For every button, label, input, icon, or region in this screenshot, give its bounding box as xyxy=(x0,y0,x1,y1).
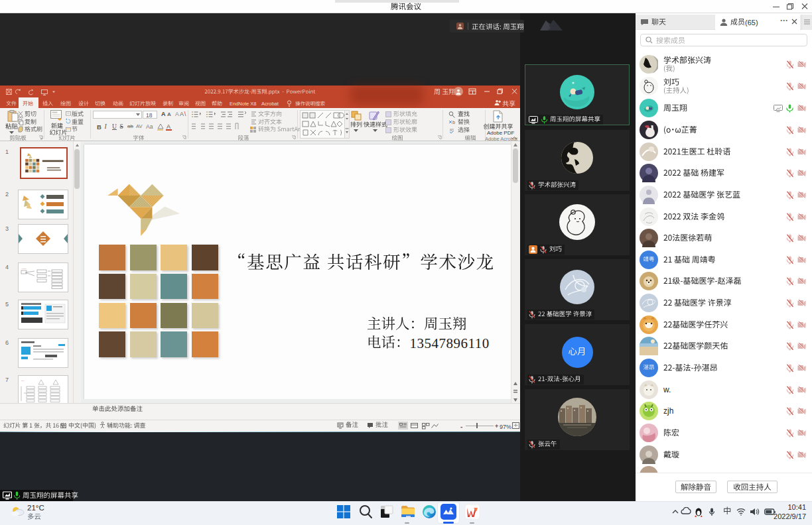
svg-text:b: b xyxy=(452,120,455,125)
svg-text:A: A xyxy=(167,123,170,130)
svg-text:___: ___ xyxy=(21,266,27,269)
svg-text:A: A xyxy=(180,111,184,117)
svg-text:__: __ xyxy=(21,378,25,381)
